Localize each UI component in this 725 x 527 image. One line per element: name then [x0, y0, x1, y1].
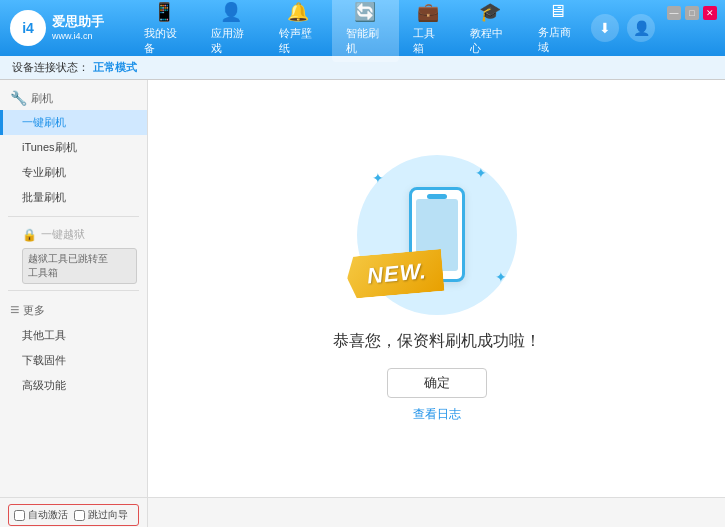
- sidebar-divider-2: [8, 290, 139, 291]
- sidebar-item-pro-flash[interactable]: 专业刷机: [0, 160, 147, 185]
- view-log-link[interactable]: 查看日志: [413, 406, 461, 423]
- sidebar-item-jailbreak-disabled: 🔒 一键越狱: [0, 223, 147, 246]
- sidebar-jailbreak-note: 越狱工具已跳转至 工具箱: [22, 248, 137, 284]
- auto-activate-checkbox[interactable]: 自动激活: [14, 508, 68, 522]
- sidebar-item-itunes-flash[interactable]: iTunes刷机: [0, 135, 147, 160]
- sidebar-item-advanced[interactable]: 高级功能: [0, 373, 147, 398]
- logo: i4 爱思助手 www.i4.cn: [10, 10, 130, 46]
- sidebar-item-batch-flash[interactable]: 批量刷机: [0, 185, 147, 210]
- sidebar-section-flash: 🔧 刷机: [0, 86, 147, 110]
- tab-service[interactable]: 🖥 务店商域: [524, 0, 591, 62]
- maximize-button[interactable]: □: [685, 6, 699, 20]
- phone-notch: [427, 194, 447, 199]
- phone-circle-bg: ✦ ✦ ✦ NEW.: [357, 155, 517, 315]
- sidebar-item-other-tools[interactable]: 其他工具: [0, 323, 147, 348]
- tab-tutorial[interactable]: 🎓 教程中心: [456, 0, 523, 62]
- apps-icon: 👤: [220, 1, 242, 23]
- tab-ringtone[interactable]: 🔔 铃声壁纸: [265, 0, 332, 62]
- tab-my-device[interactable]: 📱 我的设备: [130, 0, 197, 62]
- flash-section-icon: 🔧: [10, 90, 27, 106]
- more-section-icon: ≡: [10, 301, 19, 319]
- ringtone-icon: 🔔: [287, 1, 309, 23]
- device-panel: 自动激活 跳过向导 📱 iPhone 15 Pro Max 512GB iPho…: [0, 498, 148, 527]
- new-badge: NEW.: [345, 248, 444, 298]
- service-icon: 🖥: [548, 1, 566, 22]
- smart-flash-icon: 🔄: [354, 1, 376, 23]
- confirm-button[interactable]: 确定: [387, 368, 487, 398]
- checkboxes-row: 自动激活 跳过向导: [8, 504, 139, 526]
- sparkle-icon-1: ✦: [372, 170, 384, 186]
- sidebar-item-one-key-flash[interactable]: 一键刷机: [0, 110, 147, 135]
- main-layout: 🔧 刷机 一键刷机 iTunes刷机 专业刷机 批量刷机 🔒 一键越狱 越狱工具…: [0, 80, 725, 497]
- success-message: 恭喜您，保资料刷机成功啦！: [333, 331, 541, 352]
- tutorial-icon: 🎓: [479, 1, 501, 23]
- logo-text: 爱思助手 www.i4.cn: [52, 14, 104, 43]
- tab-toolbox[interactable]: 💼 工具箱: [399, 0, 456, 62]
- nav-tabs: 📱 我的设备 👤 应用游戏 🔔 铃声壁纸 🔄 智能刷机 💼 工具箱 🎓: [130, 0, 591, 62]
- my-device-icon: 📱: [153, 1, 175, 23]
- logo-icon: i4: [10, 10, 46, 46]
- sidebar-section-more: ≡ 更多: [0, 297, 147, 323]
- app-header: i4 爱思助手 www.i4.cn 📱 我的设备 👤 应用游戏 🔔 铃声壁纸 🔄…: [0, 0, 725, 56]
- phone-illustration: ✦ ✦ ✦ NEW.: [357, 155, 517, 315]
- sidebar-divider-1: [8, 216, 139, 217]
- toolbox-icon: 💼: [417, 1, 439, 23]
- tab-apps-games[interactable]: 👤 应用游戏: [197, 0, 264, 62]
- sidebar-item-download-firmware[interactable]: 下载固件: [0, 348, 147, 373]
- header-actions: ⬇ 👤: [591, 14, 655, 42]
- bottom-area: 自动激活 跳过向导 📱 iPhone 15 Pro Max 512GB iPho…: [0, 497, 725, 527]
- minimize-button[interactable]: —: [667, 6, 681, 20]
- download-button[interactable]: ⬇: [591, 14, 619, 42]
- skip-wizard-checkbox[interactable]: 跳过向导: [74, 508, 128, 522]
- sparkle-icon-3: ✦: [495, 269, 507, 285]
- sidebar: 🔧 刷机 一键刷机 iTunes刷机 专业刷机 批量刷机 🔒 一键越狱 越狱工具…: [0, 80, 148, 497]
- close-button[interactable]: ✕: [703, 6, 717, 20]
- content-area: ✦ ✦ ✦ NEW. 恭喜您，保资料刷机成功啦！ 确定 查看日志: [148, 80, 725, 497]
- user-button[interactable]: 👤: [627, 14, 655, 42]
- sparkle-icon-2: ✦: [475, 165, 487, 181]
- tab-smart-flash[interactable]: 🔄 智能刷机: [332, 0, 399, 62]
